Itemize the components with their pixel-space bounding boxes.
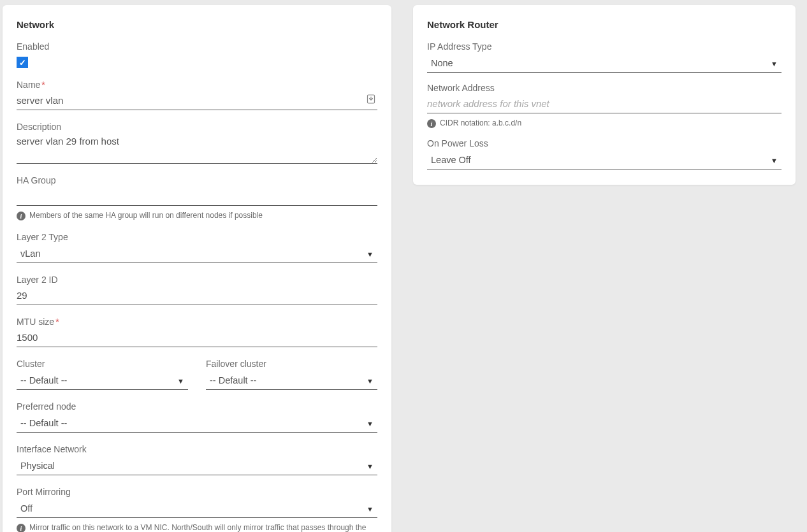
name-label-text: Name — [17, 80, 40, 90]
cluster-label: Cluster — [17, 359, 188, 369]
enabled-group: Enabled ✓ — [17, 41, 377, 68]
info-icon: i — [17, 524, 25, 532]
description-label: Description — [17, 122, 377, 132]
port-mirroring-label: Port Mirroring — [17, 487, 377, 497]
required-asterisk: * — [55, 317, 59, 327]
interface-network-select[interactable]: Physical — [17, 457, 377, 475]
preferred-node-label: Preferred node — [17, 401, 377, 412]
power-loss-label: On Power Loss — [427, 138, 782, 148]
enabled-checkbox[interactable]: ✓ — [17, 57, 28, 68]
layer2-id-group: Layer 2 ID — [17, 275, 377, 305]
interface-network-group: Interface Network Physical ▼ — [17, 444, 377, 475]
network-address-helper-text: CIDR notation: a.b.c.d/n — [440, 119, 521, 127]
description-group: Description server vlan 29 from host — [17, 122, 377, 164]
ha-group-label: HA Group — [17, 175, 377, 185]
description-textarea[interactable]: server vlan 29 from host — [17, 134, 377, 164]
port-mirroring-helper: i Mirror traffic on this network to a VM… — [17, 523, 377, 532]
name-label: Name* — [17, 80, 377, 90]
ha-group-input[interactable] — [17, 188, 377, 206]
cluster-select[interactable]: -- Default -- — [17, 371, 188, 390]
port-mirroring-helper-text: Mirror traffic on this network to a VM N… — [29, 523, 377, 532]
ip-type-select[interactable]: None — [427, 54, 782, 73]
name-input[interactable] — [17, 92, 377, 110]
preferred-node-group: Preferred node -- Default -- ▼ — [17, 401, 377, 433]
layer2-id-input[interactable] — [17, 287, 377, 305]
layer2-id-label: Layer 2 ID — [17, 275, 377, 285]
interface-network-label: Interface Network — [17, 444, 377, 454]
network-card: Network Enabled ✓ Name* Des — [3, 5, 391, 532]
info-icon: i — [427, 119, 436, 128]
layer2-type-label: Layer 2 Type — [17, 232, 377, 242]
info-icon: i — [17, 212, 25, 220]
layer2-type-group: Layer 2 Type vLan ▼ — [17, 232, 377, 263]
ip-type-label: IP Address Type — [427, 41, 782, 52]
network-title: Network — [17, 19, 377, 30]
network-address-group: Network Address i CIDR notation: a.b.c.d… — [427, 83, 782, 128]
enabled-label: Enabled — [17, 41, 377, 52]
ha-group-group: HA Group i Members of the same HA group … — [17, 175, 377, 220]
failover-cluster-group: Failover cluster -- Default -- ▼ — [206, 359, 377, 390]
router-title: Network Router — [427, 19, 782, 30]
mtu-group: MTU size* — [17, 317, 377, 347]
network-address-label: Network Address — [427, 83, 782, 93]
ip-type-group: IP Address Type None ▼ — [427, 41, 782, 73]
power-loss-select[interactable]: Leave Off — [427, 151, 782, 169]
failover-cluster-select[interactable]: -- Default -- — [206, 371, 377, 390]
mtu-label-text: MTU size — [17, 317, 54, 327]
failover-cluster-label: Failover cluster — [206, 359, 377, 369]
ha-group-helper-text: Members of the same HA group will run on… — [29, 211, 263, 220]
power-loss-group: On Power Loss Leave Off ▼ — [427, 138, 782, 169]
port-mirroring-group: Port Mirroring Off ▼ i Mirror traffic on… — [17, 487, 377, 532]
cluster-group: Cluster -- Default -- ▼ — [17, 359, 188, 390]
name-group: Name* — [17, 80, 377, 110]
mtu-label: MTU size* — [17, 317, 377, 327]
network-address-input[interactable] — [427, 96, 782, 113]
network-address-helper: i CIDR notation: a.b.c.d/n — [427, 119, 782, 128]
required-asterisk: * — [41, 80, 45, 90]
autofill-icon — [366, 94, 376, 104]
port-mirroring-select[interactable]: Off — [17, 500, 377, 518]
mtu-input[interactable] — [17, 329, 377, 347]
preferred-node-select[interactable]: -- Default -- — [17, 414, 377, 433]
ha-group-helper: i Members of the same HA group will run … — [17, 211, 377, 220]
layer2-type-select[interactable]: vLan — [17, 245, 377, 263]
network-router-card: Network Router IP Address Type None ▼ Ne… — [413, 5, 796, 185]
